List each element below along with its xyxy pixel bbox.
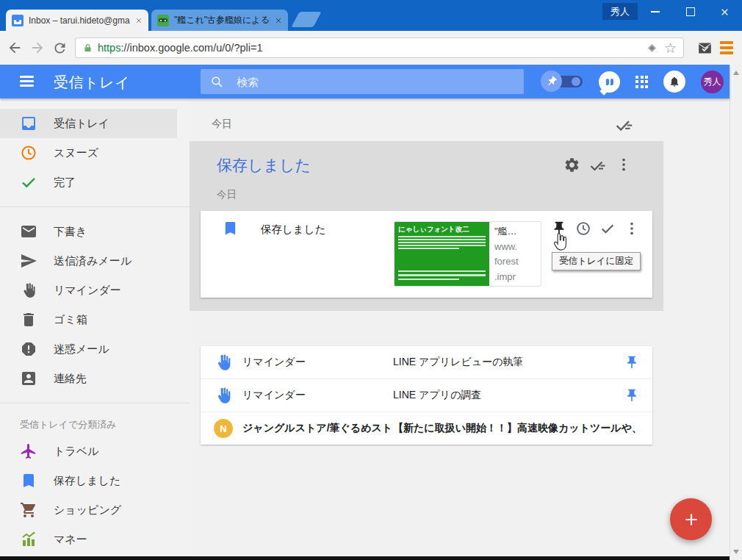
hangouts-icon[interactable] xyxy=(599,71,620,93)
extension-diamond-icon[interactable] xyxy=(645,41,659,55)
more-vertical-icon[interactable] xyxy=(624,220,640,237)
sweep-icon[interactable] xyxy=(615,115,634,134)
mail-subject: LINE アプリレビューの執筆 xyxy=(393,356,619,369)
divider xyxy=(0,403,190,403)
shopping-cart-icon xyxy=(20,501,37,519)
close-button[interactable] xyxy=(711,3,738,21)
sidebar-item-contacts[interactable]: 連絡先 xyxy=(0,364,190,393)
drafts-envelope-icon xyxy=(20,223,37,240)
bundle-title[interactable]: 保存しました xyxy=(217,155,311,176)
forward-icon[interactable] xyxy=(29,40,46,56)
done-check-icon xyxy=(20,173,37,191)
sidebar-item-done[interactable]: 完了 xyxy=(0,168,190,197)
reminder-hand-icon xyxy=(20,281,37,299)
sidebar-item-label: スヌーズ xyxy=(54,146,98,160)
sidebar-item-label: 迷惑メール xyxy=(54,342,109,356)
more-vertical-icon[interactable] xyxy=(616,157,632,173)
chrome-menu-icon[interactable] xyxy=(720,41,733,54)
mail-subject: 【新たに取扱い開始！！】高速映像カットツールや、オ… – xyxy=(393,422,639,435)
sidebar-item-drafts[interactable]: 下書き xyxy=(0,217,190,246)
contacts-icon xyxy=(20,370,37,387)
plus-icon xyxy=(682,510,701,529)
reminder-hand-icon xyxy=(214,386,233,405)
mail-row-saved[interactable]: 保存しました にゃしぃフォント改二 "艦… www. forest .impr xyxy=(201,211,652,298)
sidebar-item-saved[interactable]: 保存しました xyxy=(0,466,190,495)
sweep-icon[interactable] xyxy=(589,157,607,174)
mail-row-reminder[interactable]: リマインダー LINE アプリの調査 xyxy=(201,378,652,412)
sidebar-item-travel[interactable]: トラベル xyxy=(0,437,190,466)
tab-close-icon[interactable] xyxy=(275,17,282,24)
sidebar-item-sent[interactable]: 送信済みメール xyxy=(0,246,190,276)
page-scrollbar[interactable] xyxy=(730,65,742,560)
bookmark-star-icon[interactable]: ☆ xyxy=(664,41,677,55)
inbox-favicon-icon xyxy=(12,15,24,26)
sidebar-item-label: リマインダー xyxy=(54,284,121,298)
sidebar-item-reminders[interactable]: リマインダー xyxy=(0,276,190,305)
thumbnail-text-lines xyxy=(398,268,486,283)
travel-plane-icon xyxy=(20,442,37,460)
sidebar-item-label: 連絡先 xyxy=(54,372,87,386)
maximize-button[interactable] xyxy=(677,3,704,21)
tab-close-icon[interactable] xyxy=(135,17,143,24)
link-url-text: "艦… www. forest .impr xyxy=(489,222,541,286)
search-icon xyxy=(210,75,224,89)
sidebar-item-shopping[interactable]: ショッピング xyxy=(0,495,190,525)
page-title: 受信トレイ xyxy=(54,73,130,93)
apps-grid-icon[interactable] xyxy=(635,76,648,88)
compose-fab-button[interactable] xyxy=(670,498,712,540)
avatar[interactable]: 秀人 xyxy=(701,71,724,93)
toggle-knob[interactable] xyxy=(572,77,580,86)
sidebar-section-label: 受信トレイで分類済み xyxy=(0,413,190,437)
scroll-down-arrow-icon[interactable] xyxy=(733,550,739,554)
pin-icon xyxy=(541,71,562,92)
sidebar-item-money[interactable]: マネー xyxy=(0,525,190,554)
sidebar-item-inbox[interactable]: 受信トレイ xyxy=(0,109,177,138)
tooltip: 受信トレイに固定 xyxy=(552,252,641,270)
mail-row-unread[interactable]: N ジャングルストア/筆ぐるめストア/ 【新たに取扱い開始！！】高速映像カットツ… xyxy=(201,412,652,445)
sidebar-item-label: 保存しました xyxy=(54,474,120,488)
sidebar-item-trash[interactable]: ゴミ箱 xyxy=(0,305,190,334)
snooze-clock-icon[interactable] xyxy=(575,220,591,237)
reminder-hand-icon xyxy=(214,353,233,372)
refresh-icon[interactable] xyxy=(52,40,68,56)
gear-icon[interactable] xyxy=(563,157,580,173)
sidebar-item-label: 送信済みメール xyxy=(54,254,132,268)
pin-icon[interactable] xyxy=(624,355,639,370)
scroll-up-arrow-icon[interactable] xyxy=(733,71,739,75)
search-box[interactable] xyxy=(201,69,524,94)
window-titlebar: Inbox – tarui.hideto@gma "艦これ"古参艦娘による掛け … xyxy=(0,0,742,31)
saved-bundle-panel: 保存しました 今日 保存しました にゃしぃフォント改二 xyxy=(190,141,663,311)
url-scheme: https xyxy=(98,42,120,54)
tab-board[interactable]: "艦これ"古参艦娘による掛け xyxy=(151,10,288,31)
search-input[interactable] xyxy=(235,75,514,89)
mail-sender: リマインダー xyxy=(242,389,393,402)
secure-lock-icon[interactable] xyxy=(82,43,93,54)
new-tab-button[interactable] xyxy=(291,12,321,27)
minimize-icon xyxy=(651,11,660,12)
back-icon[interactable] xyxy=(7,40,23,56)
tab-title: "艦これ"古参艦娘による掛け xyxy=(174,14,270,26)
mail-label: 保存しました xyxy=(261,223,325,237)
sidebar-item-snoozed[interactable]: スヌーズ xyxy=(0,138,190,168)
hamburger-menu-icon[interactable] xyxy=(20,76,34,87)
main-content: 今日 保存しました 今日 保存しました にゃしぃフォント改二 xyxy=(190,98,730,556)
pin-icon[interactable] xyxy=(624,388,639,403)
address-bar[interactable]: https://inbox.google.com/u/0/?pli=1 ☆ xyxy=(75,37,684,58)
link-attachment-chip[interactable]: にゃしぃフォント改二 "艦… www. forest .impr xyxy=(394,221,541,287)
maximize-icon xyxy=(686,7,695,16)
pin-toggle[interactable] xyxy=(541,71,583,93)
tab-inbox[interactable]: Inbox – tarui.hideto@gma xyxy=(6,10,148,31)
trash-icon xyxy=(20,311,37,329)
app-header: 受信トレイ 秀人 xyxy=(0,65,730,98)
notifications-bell-icon[interactable] xyxy=(663,71,685,93)
minimize-button[interactable] xyxy=(642,3,669,21)
header-actions: 秀人 xyxy=(541,65,724,98)
sidebar-item-label: 完了 xyxy=(54,176,76,190)
titlebar-user-badge[interactable]: 秀人 xyxy=(602,3,638,20)
done-check-icon[interactable] xyxy=(599,220,616,237)
sidebar-item-label: 受信トレイ xyxy=(54,117,109,131)
sidebar-item-spam[interactable]: 迷惑メール xyxy=(0,334,190,364)
date-label: 今日 xyxy=(217,188,237,201)
inbox-extension-icon[interactable] xyxy=(697,40,713,56)
mail-row-reminder[interactable]: リマインダー LINE アプリレビューの執筆 xyxy=(201,346,652,378)
